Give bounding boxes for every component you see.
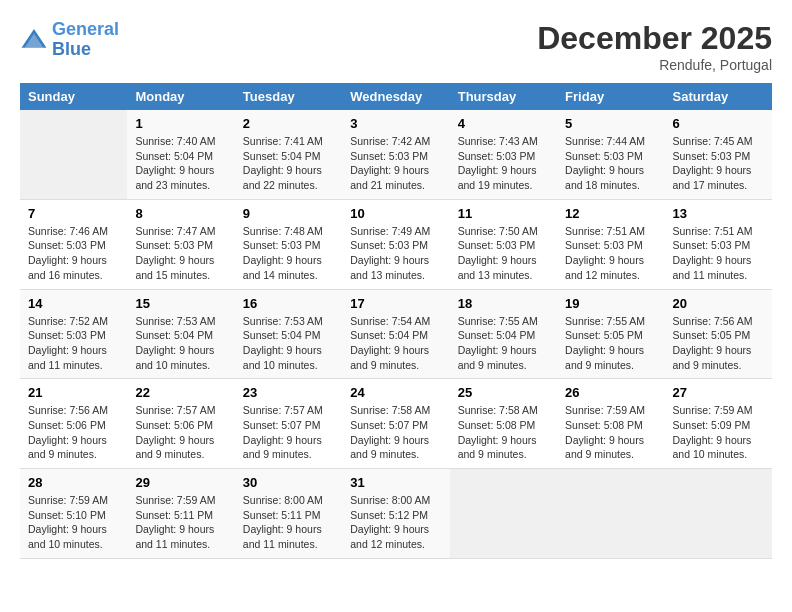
day-info: Sunrise: 7:58 AM Sunset: 5:08 PM Dayligh… (458, 403, 549, 462)
weekday-header: Sunday (20, 83, 127, 110)
calendar-cell: 29Sunrise: 7:59 AM Sunset: 5:11 PM Dayli… (127, 469, 234, 559)
day-number: 24 (350, 385, 441, 400)
day-number: 7 (28, 206, 119, 221)
calendar-cell: 22Sunrise: 7:57 AM Sunset: 5:06 PM Dayli… (127, 379, 234, 469)
day-number: 15 (135, 296, 226, 311)
day-info: Sunrise: 8:00 AM Sunset: 5:12 PM Dayligh… (350, 493, 441, 552)
calendar-header: SundayMondayTuesdayWednesdayThursdayFrid… (20, 83, 772, 110)
day-number: 17 (350, 296, 441, 311)
day-number: 6 (673, 116, 764, 131)
calendar-cell: 10Sunrise: 7:49 AM Sunset: 5:03 PM Dayli… (342, 199, 449, 289)
calendar-cell: 5Sunrise: 7:44 AM Sunset: 5:03 PM Daylig… (557, 110, 664, 199)
day-info: Sunrise: 7:53 AM Sunset: 5:04 PM Dayligh… (135, 314, 226, 373)
day-number: 14 (28, 296, 119, 311)
calendar-cell: 28Sunrise: 7:59 AM Sunset: 5:10 PM Dayli… (20, 469, 127, 559)
calendar-cell: 16Sunrise: 7:53 AM Sunset: 5:04 PM Dayli… (235, 289, 342, 379)
calendar-cell: 2Sunrise: 7:41 AM Sunset: 5:04 PM Daylig… (235, 110, 342, 199)
day-info: Sunrise: 7:59 AM Sunset: 5:10 PM Dayligh… (28, 493, 119, 552)
calendar-cell: 6Sunrise: 7:45 AM Sunset: 5:03 PM Daylig… (665, 110, 772, 199)
weekday-header: Wednesday (342, 83, 449, 110)
logo-text: General Blue (52, 20, 119, 60)
calendar-cell: 21Sunrise: 7:56 AM Sunset: 5:06 PM Dayli… (20, 379, 127, 469)
day-info: Sunrise: 7:46 AM Sunset: 5:03 PM Dayligh… (28, 224, 119, 283)
day-info: Sunrise: 7:59 AM Sunset: 5:08 PM Dayligh… (565, 403, 656, 462)
day-number: 28 (28, 475, 119, 490)
location: Rendufe, Portugal (537, 57, 772, 73)
day-number: 25 (458, 385, 549, 400)
title-block: December 2025 Rendufe, Portugal (537, 20, 772, 73)
day-number: 23 (243, 385, 334, 400)
day-info: Sunrise: 7:59 AM Sunset: 5:11 PM Dayligh… (135, 493, 226, 552)
day-number: 26 (565, 385, 656, 400)
day-info: Sunrise: 7:56 AM Sunset: 5:06 PM Dayligh… (28, 403, 119, 462)
calendar-cell (557, 469, 664, 559)
day-number: 8 (135, 206, 226, 221)
day-info: Sunrise: 7:58 AM Sunset: 5:07 PM Dayligh… (350, 403, 441, 462)
day-number: 3 (350, 116, 441, 131)
month-title: December 2025 (537, 20, 772, 57)
calendar-cell: 31Sunrise: 8:00 AM Sunset: 5:12 PM Dayli… (342, 469, 449, 559)
day-number: 1 (135, 116, 226, 131)
day-info: Sunrise: 7:41 AM Sunset: 5:04 PM Dayligh… (243, 134, 334, 193)
day-info: Sunrise: 8:00 AM Sunset: 5:11 PM Dayligh… (243, 493, 334, 552)
calendar-cell: 26Sunrise: 7:59 AM Sunset: 5:08 PM Dayli… (557, 379, 664, 469)
calendar-cell: 24Sunrise: 7:58 AM Sunset: 5:07 PM Dayli… (342, 379, 449, 469)
day-info: Sunrise: 7:54 AM Sunset: 5:04 PM Dayligh… (350, 314, 441, 373)
day-number: 16 (243, 296, 334, 311)
calendar-cell: 25Sunrise: 7:58 AM Sunset: 5:08 PM Dayli… (450, 379, 557, 469)
calendar-cell: 1Sunrise: 7:40 AM Sunset: 5:04 PM Daylig… (127, 110, 234, 199)
day-number: 5 (565, 116, 656, 131)
day-number: 22 (135, 385, 226, 400)
calendar-week-row: 14Sunrise: 7:52 AM Sunset: 5:03 PM Dayli… (20, 289, 772, 379)
day-info: Sunrise: 7:55 AM Sunset: 5:05 PM Dayligh… (565, 314, 656, 373)
day-info: Sunrise: 7:50 AM Sunset: 5:03 PM Dayligh… (458, 224, 549, 283)
day-info: Sunrise: 7:49 AM Sunset: 5:03 PM Dayligh… (350, 224, 441, 283)
calendar-cell: 23Sunrise: 7:57 AM Sunset: 5:07 PM Dayli… (235, 379, 342, 469)
weekday-header: Tuesday (235, 83, 342, 110)
day-number: 13 (673, 206, 764, 221)
logo: General Blue (20, 20, 119, 60)
calendar-cell: 11Sunrise: 7:50 AM Sunset: 5:03 PM Dayli… (450, 199, 557, 289)
day-number: 29 (135, 475, 226, 490)
day-number: 10 (350, 206, 441, 221)
day-number: 11 (458, 206, 549, 221)
calendar-cell: 3Sunrise: 7:42 AM Sunset: 5:03 PM Daylig… (342, 110, 449, 199)
calendar-cell: 30Sunrise: 8:00 AM Sunset: 5:11 PM Dayli… (235, 469, 342, 559)
day-number: 18 (458, 296, 549, 311)
calendar-cell: 15Sunrise: 7:53 AM Sunset: 5:04 PM Dayli… (127, 289, 234, 379)
calendar-cell: 14Sunrise: 7:52 AM Sunset: 5:03 PM Dayli… (20, 289, 127, 379)
weekday-header: Saturday (665, 83, 772, 110)
day-number: 12 (565, 206, 656, 221)
calendar-cell: 9Sunrise: 7:48 AM Sunset: 5:03 PM Daylig… (235, 199, 342, 289)
calendar-cell: 27Sunrise: 7:59 AM Sunset: 5:09 PM Dayli… (665, 379, 772, 469)
weekday-row: SundayMondayTuesdayWednesdayThursdayFrid… (20, 83, 772, 110)
calendar-cell: 20Sunrise: 7:56 AM Sunset: 5:05 PM Dayli… (665, 289, 772, 379)
day-info: Sunrise: 7:57 AM Sunset: 5:06 PM Dayligh… (135, 403, 226, 462)
calendar-cell: 7Sunrise: 7:46 AM Sunset: 5:03 PM Daylig… (20, 199, 127, 289)
calendar-week-row: 7Sunrise: 7:46 AM Sunset: 5:03 PM Daylig… (20, 199, 772, 289)
day-info: Sunrise: 7:43 AM Sunset: 5:03 PM Dayligh… (458, 134, 549, 193)
weekday-header: Thursday (450, 83, 557, 110)
day-info: Sunrise: 7:57 AM Sunset: 5:07 PM Dayligh… (243, 403, 334, 462)
calendar-cell (450, 469, 557, 559)
day-info: Sunrise: 7:56 AM Sunset: 5:05 PM Dayligh… (673, 314, 764, 373)
day-info: Sunrise: 7:59 AM Sunset: 5:09 PM Dayligh… (673, 403, 764, 462)
day-info: Sunrise: 7:45 AM Sunset: 5:03 PM Dayligh… (673, 134, 764, 193)
day-info: Sunrise: 7:40 AM Sunset: 5:04 PM Dayligh… (135, 134, 226, 193)
calendar-body: 1Sunrise: 7:40 AM Sunset: 5:04 PM Daylig… (20, 110, 772, 558)
calendar-cell (665, 469, 772, 559)
day-info: Sunrise: 7:51 AM Sunset: 5:03 PM Dayligh… (565, 224, 656, 283)
day-info: Sunrise: 7:55 AM Sunset: 5:04 PM Dayligh… (458, 314, 549, 373)
day-number: 19 (565, 296, 656, 311)
calendar-cell: 19Sunrise: 7:55 AM Sunset: 5:05 PM Dayli… (557, 289, 664, 379)
day-info: Sunrise: 7:52 AM Sunset: 5:03 PM Dayligh… (28, 314, 119, 373)
day-number: 21 (28, 385, 119, 400)
day-number: 31 (350, 475, 441, 490)
day-info: Sunrise: 7:44 AM Sunset: 5:03 PM Dayligh… (565, 134, 656, 193)
weekday-header: Friday (557, 83, 664, 110)
calendar-cell: 12Sunrise: 7:51 AM Sunset: 5:03 PM Dayli… (557, 199, 664, 289)
day-info: Sunrise: 7:53 AM Sunset: 5:04 PM Dayligh… (243, 314, 334, 373)
calendar-week-row: 28Sunrise: 7:59 AM Sunset: 5:10 PM Dayli… (20, 469, 772, 559)
day-info: Sunrise: 7:51 AM Sunset: 5:03 PM Dayligh… (673, 224, 764, 283)
day-info: Sunrise: 7:48 AM Sunset: 5:03 PM Dayligh… (243, 224, 334, 283)
